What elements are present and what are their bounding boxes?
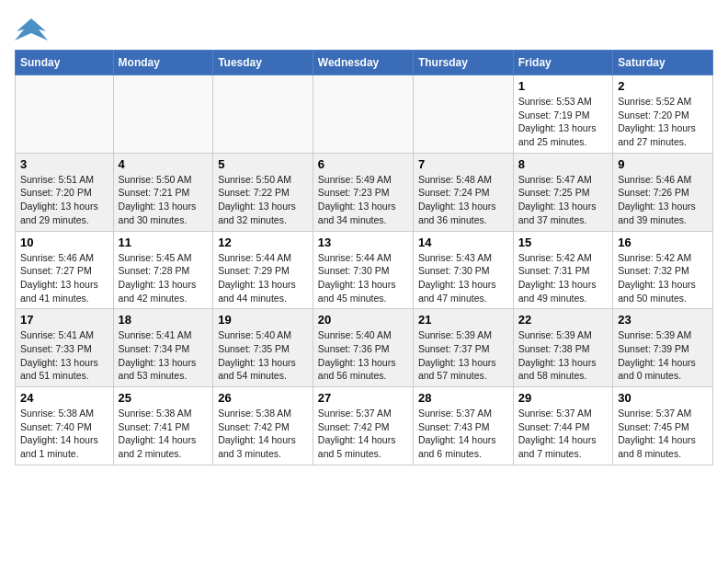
logo-icon <box>15 15 48 42</box>
day-header: Tuesday <box>213 51 313 75</box>
day-info: Sunrise: 5:45 AM Sunset: 7:28 PM Dayligh… <box>119 251 209 305</box>
day-header: Sunday <box>16 51 114 75</box>
day-info: Sunrise: 5:37 AM Sunset: 7:44 PM Dayligh… <box>518 407 608 461</box>
day-header: Friday <box>513 51 612 75</box>
calendar-cell: 2Sunrise: 5:52 AM Sunset: 7:20 PM Daylig… <box>613 75 713 154</box>
day-number: 4 <box>119 157 209 171</box>
calendar-cell: 18Sunrise: 5:41 AM Sunset: 7:34 PM Dayli… <box>113 309 213 387</box>
day-number: 8 <box>518 157 608 171</box>
day-info: Sunrise: 5:52 AM Sunset: 7:20 PM Dayligh… <box>618 95 708 149</box>
day-info: Sunrise: 5:42 AM Sunset: 7:31 PM Dayligh… <box>518 251 608 305</box>
day-info: Sunrise: 5:37 AM Sunset: 7:45 PM Dayligh… <box>618 407 708 461</box>
calendar-cell: 27Sunrise: 5:37 AM Sunset: 7:42 PM Dayli… <box>313 387 413 465</box>
calendar-cell: 13Sunrise: 5:44 AM Sunset: 7:30 PM Dayli… <box>313 231 413 309</box>
calendar-week-row: 3Sunrise: 5:51 AM Sunset: 7:20 PM Daylig… <box>16 153 713 231</box>
day-number: 18 <box>119 313 209 327</box>
day-info: Sunrise: 5:48 AM Sunset: 7:24 PM Dayligh… <box>418 173 508 227</box>
day-info: Sunrise: 5:44 AM Sunset: 7:29 PM Dayligh… <box>218 251 308 305</box>
day-number: 15 <box>518 236 608 249</box>
day-info: Sunrise: 5:42 AM Sunset: 7:32 PM Dayligh… <box>618 251 708 305</box>
day-number: 14 <box>418 236 508 249</box>
day-info: Sunrise: 5:41 AM Sunset: 7:34 PM Dayligh… <box>119 328 209 383</box>
day-info: Sunrise: 5:41 AM Sunset: 7:33 PM Dayligh… <box>20 328 108 383</box>
calendar-cell <box>213 75 313 154</box>
calendar-cell: 28Sunrise: 5:37 AM Sunset: 7:43 PM Dayli… <box>413 387 513 465</box>
day-number: 10 <box>20 236 108 249</box>
calendar-cell: 3Sunrise: 5:51 AM Sunset: 7:20 PM Daylig… <box>16 153 114 231</box>
day-number: 28 <box>418 391 508 405</box>
calendar-cell: 4Sunrise: 5:50 AM Sunset: 7:21 PM Daylig… <box>113 153 213 231</box>
calendar-cell: 19Sunrise: 5:40 AM Sunset: 7:35 PM Dayli… <box>213 309 313 387</box>
day-header: Saturday <box>613 51 713 75</box>
day-number: 24 <box>20 391 108 405</box>
day-number: 26 <box>218 391 308 405</box>
logo <box>15 15 51 42</box>
calendar-week-row: 24Sunrise: 5:38 AM Sunset: 7:40 PM Dayli… <box>16 387 713 465</box>
day-info: Sunrise: 5:50 AM Sunset: 7:22 PM Dayligh… <box>218 173 308 227</box>
calendar-cell: 14Sunrise: 5:43 AM Sunset: 7:30 PM Dayli… <box>413 231 513 309</box>
calendar-week-row: 10Sunrise: 5:46 AM Sunset: 7:27 PM Dayli… <box>16 231 713 309</box>
calendar-cell: 20Sunrise: 5:40 AM Sunset: 7:36 PM Dayli… <box>313 309 413 387</box>
day-info: Sunrise: 5:39 AM Sunset: 7:39 PM Dayligh… <box>618 328 708 383</box>
day-header: Monday <box>113 51 213 75</box>
day-info: Sunrise: 5:43 AM Sunset: 7:30 PM Dayligh… <box>418 251 508 305</box>
calendar-cell: 5Sunrise: 5:50 AM Sunset: 7:22 PM Daylig… <box>213 153 313 231</box>
calendar-cell: 15Sunrise: 5:42 AM Sunset: 7:31 PM Dayli… <box>513 231 612 309</box>
calendar-cell: 26Sunrise: 5:38 AM Sunset: 7:42 PM Dayli… <box>213 387 313 465</box>
day-info: Sunrise: 5:47 AM Sunset: 7:25 PM Dayligh… <box>518 173 608 227</box>
calendar-week-row: 1Sunrise: 5:53 AM Sunset: 7:19 PM Daylig… <box>16 75 713 154</box>
day-info: Sunrise: 5:46 AM Sunset: 7:26 PM Dayligh… <box>618 173 708 227</box>
day-number: 25 <box>119 391 209 405</box>
day-info: Sunrise: 5:38 AM Sunset: 7:42 PM Dayligh… <box>218 407 308 461</box>
day-number: 3 <box>20 157 108 171</box>
day-number: 12 <box>218 236 308 249</box>
day-number: 2 <box>618 79 708 93</box>
day-number: 23 <box>618 313 708 327</box>
svg-marker-0 <box>15 18 48 40</box>
calendar-cell: 21Sunrise: 5:39 AM Sunset: 7:37 PM Dayli… <box>413 309 513 387</box>
day-number: 21 <box>418 313 508 327</box>
calendar-cell: 12Sunrise: 5:44 AM Sunset: 7:29 PM Dayli… <box>213 231 313 309</box>
day-info: Sunrise: 5:37 AM Sunset: 7:43 PM Dayligh… <box>418 407 508 461</box>
calendar-cell <box>313 75 413 154</box>
day-info: Sunrise: 5:51 AM Sunset: 7:20 PM Dayligh… <box>20 173 108 227</box>
day-info: Sunrise: 5:40 AM Sunset: 7:36 PM Dayligh… <box>318 328 408 383</box>
calendar-cell: 11Sunrise: 5:45 AM Sunset: 7:28 PM Dayli… <box>113 231 213 309</box>
calendar-cell <box>113 75 213 154</box>
day-info: Sunrise: 5:50 AM Sunset: 7:21 PM Dayligh… <box>119 173 209 227</box>
calendar-cell: 16Sunrise: 5:42 AM Sunset: 7:32 PM Dayli… <box>613 231 713 309</box>
day-number: 19 <box>218 313 308 327</box>
calendar-cell: 30Sunrise: 5:37 AM Sunset: 7:45 PM Dayli… <box>613 387 713 465</box>
day-header: Thursday <box>413 51 513 75</box>
day-number: 17 <box>20 313 108 327</box>
day-number: 6 <box>318 157 408 171</box>
day-number: 7 <box>418 157 508 171</box>
day-info: Sunrise: 5:38 AM Sunset: 7:41 PM Dayligh… <box>119 407 209 461</box>
day-info: Sunrise: 5:37 AM Sunset: 7:42 PM Dayligh… <box>318 407 408 461</box>
calendar-cell: 22Sunrise: 5:39 AM Sunset: 7:38 PM Dayli… <box>513 309 612 387</box>
day-number: 13 <box>318 236 408 249</box>
calendar-cell: 25Sunrise: 5:38 AM Sunset: 7:41 PM Dayli… <box>113 387 213 465</box>
day-info: Sunrise: 5:49 AM Sunset: 7:23 PM Dayligh… <box>318 173 408 227</box>
calendar-cell: 10Sunrise: 5:46 AM Sunset: 7:27 PM Dayli… <box>16 231 114 309</box>
calendar-week-row: 17Sunrise: 5:41 AM Sunset: 7:33 PM Dayli… <box>16 309 713 387</box>
calendar-cell: 29Sunrise: 5:37 AM Sunset: 7:44 PM Dayli… <box>513 387 612 465</box>
day-number: 16 <box>618 236 708 249</box>
day-info: Sunrise: 5:40 AM Sunset: 7:35 PM Dayligh… <box>218 328 308 383</box>
calendar-cell: 8Sunrise: 5:47 AM Sunset: 7:25 PM Daylig… <box>513 153 612 231</box>
calendar-cell <box>413 75 513 154</box>
day-number: 29 <box>518 391 608 405</box>
day-number: 30 <box>618 391 708 405</box>
day-info: Sunrise: 5:44 AM Sunset: 7:30 PM Dayligh… <box>318 251 408 305</box>
day-number: 5 <box>218 157 308 171</box>
day-number: 9 <box>618 157 708 171</box>
calendar-cell: 7Sunrise: 5:48 AM Sunset: 7:24 PM Daylig… <box>413 153 513 231</box>
day-number: 27 <box>318 391 408 405</box>
calendar-cell: 23Sunrise: 5:39 AM Sunset: 7:39 PM Dayli… <box>613 309 713 387</box>
day-info: Sunrise: 5:39 AM Sunset: 7:38 PM Dayligh… <box>518 328 608 383</box>
header <box>15 15 713 42</box>
day-header: Wednesday <box>313 51 413 75</box>
calendar-cell: 9Sunrise: 5:46 AM Sunset: 7:26 PM Daylig… <box>613 153 713 231</box>
day-number: 11 <box>119 236 209 249</box>
calendar: SundayMondayTuesdayWednesdayThursdayFrid… <box>15 50 713 465</box>
